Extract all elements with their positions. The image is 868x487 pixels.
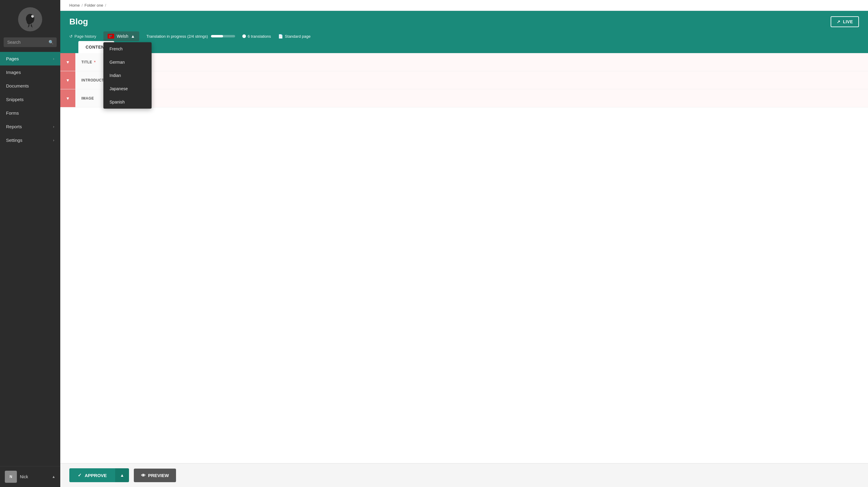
sidebar-bottom: N Nick ▲: [0, 466, 60, 487]
translation-progress-bar: [211, 35, 235, 37]
translation-progress-fill: [211, 35, 223, 37]
svg-point-3: [33, 16, 33, 17]
approve-button[interactable]: ✓ APPROVE: [69, 468, 115, 482]
page-history-label: Page history: [74, 34, 96, 39]
sidebar-item-documents[interactable]: Documents: [0, 79, 60, 93]
language-option-german[interactable]: German: [103, 56, 152, 69]
field-content-introduction: [135, 71, 868, 89]
sidebar-item-label: Snippets: [6, 97, 24, 102]
document-icon: 📄: [278, 34, 283, 39]
avatar: N: [5, 471, 17, 483]
user-info: N Nick: [5, 471, 28, 483]
field-label-text: IMAGE: [82, 96, 94, 101]
chevron-right-icon: ›: [53, 138, 54, 142]
translations-dot-icon: [242, 34, 246, 38]
sidebar-item-images[interactable]: Images: [0, 65, 60, 79]
preview-button[interactable]: 👁 PREVIEW: [134, 468, 176, 482]
page-header: Blog ↗ LIVE ↺ Page history 🏴 Welsh ▲ F: [60, 11, 868, 53]
username-label: Nick: [20, 474, 28, 479]
standard-page: 📄 Standard page: [278, 34, 310, 39]
page-history-button[interactable]: ↺ Page history: [69, 34, 96, 39]
page-header-meta: ↺ Page history 🏴 Welsh ▲ French German I…: [69, 31, 859, 41]
approve-label: APPROVE: [85, 473, 107, 478]
language-option-indian[interactable]: Indian: [103, 69, 152, 82]
main-content: Home / Folder one / Blog ↗ LIVE ↺ Page h…: [60, 0, 868, 487]
language-option-spanish[interactable]: Spanish: [103, 95, 152, 109]
sidebar-item-snippets[interactable]: Snippets: [0, 93, 60, 106]
search-container: 🔍: [4, 37, 57, 47]
language-flag: 🏴: [107, 34, 114, 39]
sidebar: 🔍 Pages › Images Documents Snippets Form…: [0, 0, 60, 487]
translations-count-label: 6 translations: [248, 34, 271, 39]
sidebar-item-settings[interactable]: Settings ›: [0, 133, 60, 147]
breadcrumb-sep-2: /: [105, 3, 106, 7]
live-button[interactable]: ↗ LIVE: [831, 16, 859, 27]
field-content-image: [135, 89, 868, 107]
chevron-up-icon: ▲: [131, 34, 135, 39]
sidebar-logo: [0, 0, 60, 37]
breadcrumb-sep-1: /: [82, 3, 83, 7]
field-toggle-title[interactable]: ▼: [60, 53, 75, 71]
live-label: LIVE: [843, 19, 853, 24]
field-content-title: [135, 53, 868, 71]
field-toggle-image[interactable]: ▼: [60, 89, 75, 107]
chevron-right-icon: ›: [53, 124, 54, 129]
approve-group: ✓ APPROVE ▲: [69, 468, 129, 482]
standard-page-label: Standard page: [285, 34, 310, 39]
language-label: Welsh: [117, 34, 128, 39]
sidebar-nav: Pages › Images Documents Snippets Forms …: [0, 52, 60, 466]
sidebar-item-label: Documents: [6, 83, 29, 88]
chevron-up-icon: ▲: [120, 473, 124, 478]
logo-circle: [18, 7, 42, 31]
tabs-container: CONTENT SETTINGS: [69, 41, 859, 53]
breadcrumb-home[interactable]: Home: [69, 3, 80, 7]
chevron-up-icon[interactable]: ▲: [52, 475, 56, 479]
sidebar-item-forms[interactable]: Forms: [0, 106, 60, 120]
breadcrumb-folder[interactable]: Folder one: [84, 3, 103, 7]
avatar-image: N: [5, 471, 17, 483]
checkmark-icon: ✓: [78, 472, 82, 478]
field-row-image: ▼ IMAGE: [60, 89, 868, 108]
sidebar-item-reports[interactable]: Reports ›: [0, 120, 60, 133]
field-toggle-introduction[interactable]: ▼: [60, 71, 75, 89]
eye-icon: 👁: [141, 473, 146, 478]
sidebar-item-label: Images: [6, 70, 21, 75]
bottom-bar: ✓ APPROVE ▲ 👁 PREVIEW: [60, 463, 868, 487]
chevron-down-icon: ▼: [66, 60, 70, 64]
preview-label: PREVIEW: [148, 473, 169, 478]
search-icon: 🔍: [49, 40, 54, 45]
external-link-icon: ↗: [837, 19, 841, 24]
language-button[interactable]: 🏴 Welsh ▲: [103, 31, 139, 41]
sidebar-item-label: Forms: [6, 110, 19, 116]
required-indicator: *: [94, 60, 96, 64]
approve-expand-button[interactable]: ▲: [115, 468, 129, 482]
language-selector: 🏴 Welsh ▲ French German Indian Japanese …: [103, 31, 139, 41]
breadcrumb: Home / Folder one /: [60, 0, 868, 11]
language-option-french[interactable]: French: [103, 42, 152, 56]
translation-status: Translation in progress (2/4 strings): [147, 34, 235, 39]
field-label-text: TITLE: [82, 60, 92, 64]
page-title: Blog: [69, 17, 88, 27]
page-header-top: Blog ↗ LIVE: [69, 16, 859, 27]
chevron-down-icon: ▼: [66, 96, 70, 101]
chevron-down-icon: ▼: [66, 78, 70, 83]
chevron-right-icon: ›: [53, 57, 54, 61]
content-area: ▼ TITLE * ▼ INTRODUCTION ▼ IMAGE: [60, 53, 868, 463]
field-row-title: ▼ TITLE *: [60, 53, 868, 71]
translations-count: 6 translations: [242, 34, 271, 39]
language-dropdown: French German Indian Japanese Spanish: [103, 42, 152, 109]
sidebar-item-label: Reports: [6, 124, 22, 129]
history-icon: ↺: [69, 34, 73, 39]
field-row-introduction: ▼ INTRODUCTION: [60, 71, 868, 89]
sidebar-item-label: Pages: [6, 56, 19, 61]
translation-status-text: Translation in progress (2/4 strings): [147, 34, 208, 39]
language-option-japanese[interactable]: Japanese: [103, 82, 152, 95]
sidebar-item-label: Settings: [6, 138, 22, 143]
sidebar-item-pages[interactable]: Pages ›: [0, 52, 60, 65]
